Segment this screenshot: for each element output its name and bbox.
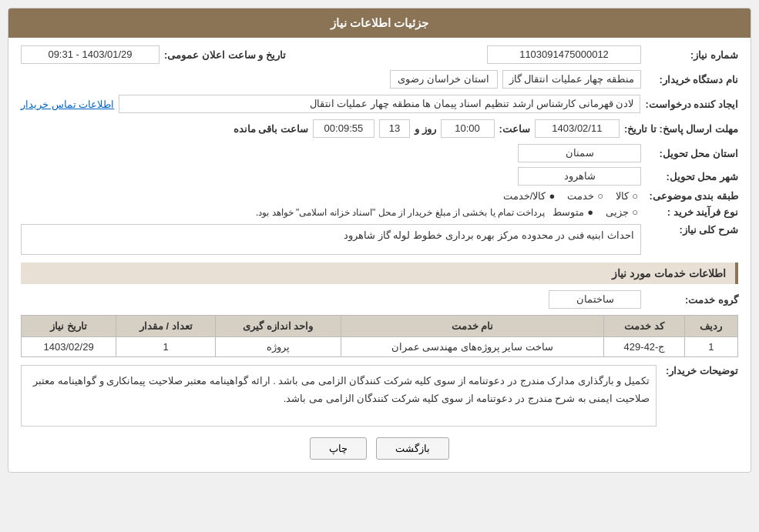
buyer-desc-label: توضیحات خریدار: <box>661 365 738 376</box>
process-option-motavasset[interactable]: ● متوسط <box>552 206 593 218</box>
col-date: تاریخ نیاز <box>22 316 116 337</box>
category-radio-group: ○ کالا ○ خدمت ● کالا/خدمت <box>503 190 638 202</box>
process-option-jozei[interactable]: ○ جزیی <box>606 206 638 218</box>
services-section-title: اطلاعات خدمات مورد نیاز <box>21 263 738 284</box>
cell-row: 1 <box>684 337 737 357</box>
radio-icon-kala: ○ <box>632 190 638 202</box>
col-code: کد خدمت <box>604 316 685 337</box>
process-selected-text: پرداخت تمام یا بخشی از مبلغ خریدار از مح… <box>256 207 545 218</box>
cell-name: ساخت سایر پروژه‌های مهندسی عمران <box>341 337 603 357</box>
response-time-label: ساعت: <box>499 123 530 135</box>
print-button[interactable]: چاپ <box>310 437 367 460</box>
cell-date: 1403/02/29 <box>22 337 116 357</box>
process-label: نوع فرآیند خرید : <box>646 206 738 218</box>
category-option-khedmat[interactable]: ○ خدمت <box>567 190 603 202</box>
radio-icon-motavasset: ● <box>587 206 593 218</box>
response-remaining-label: ساعت باقی مانده <box>233 123 308 135</box>
response-date: 1403/02/11 <box>535 119 620 138</box>
buyer-desc-text: تکمیل و بارگذاری مدارک مندرج در دعوتنامه… <box>21 365 657 427</box>
cell-quantity: 1 <box>116 337 216 357</box>
col-row: ردیف <box>684 316 737 337</box>
response-days: 13 <box>379 119 410 138</box>
creator-label: ایجاد کننده درخواست: <box>645 99 738 110</box>
response-label: مهلت ارسال پاسخ: تا تاریخ: <box>624 123 738 135</box>
province-value: سمنان <box>518 144 641 162</box>
buyer-value1: منطقه چهار عملیات انتقال گاز <box>502 70 641 89</box>
col-quantity: تعداد / مقدار <box>116 316 216 337</box>
cell-code: ج-42-429 <box>604 337 685 357</box>
response-time: 10:00 <box>441 119 495 138</box>
buyer-value2: استان خراسان رضوی <box>390 70 498 89</box>
contact-link[interactable]: اطلاعات تماس خریدار <box>21 99 114 110</box>
need-desc-label: شرح کلی نیاز: <box>646 224 738 236</box>
back-button[interactable]: بازگشت <box>376 437 449 460</box>
buyer-label: نام دستگاه خریدار: <box>646 74 738 85</box>
city-label: شهر محل تحویل: <box>646 171 738 182</box>
table-row: 1 ج-42-429 ساخت سایر پروژه‌های مهندسی عم… <box>22 337 738 357</box>
cell-unit: پروژه <box>216 337 341 357</box>
province-label: استان محل تحویل: <box>646 148 738 159</box>
services-table: ردیف کد خدمت نام خدمت واحد اندازه گیری ت… <box>21 315 738 357</box>
need-number-value: 1103091475000012 <box>487 45 641 64</box>
service-group-label: گروه خدمت: <box>646 294 738 306</box>
process-radio-group: ○ جزیی ● متوسط <box>552 206 638 218</box>
datetime-label: تاریخ و ساعت اعلان عمومی: <box>164 49 286 61</box>
category-label: طبقه بندی موضوعی: <box>646 190 738 202</box>
page-title: جزئیات اطلاعات نیاز <box>8 8 751 38</box>
creator-value: لادن قهرمانی کارشناس ارشد تنظیم اسناد پی… <box>119 95 640 113</box>
radio-icon-jozei: ○ <box>632 206 638 218</box>
col-name: نام خدمت <box>341 316 603 337</box>
need-number-label: شماره نیاز: <box>646 49 738 61</box>
category-option-kala[interactable]: ○ کالا <box>616 190 638 202</box>
response-day-label: روز و <box>415 123 436 135</box>
datetime-value: 1403/01/29 - 09:31 <box>21 45 160 64</box>
need-desc-value: احداث ابنیه فنی در محدوده مرکز بهره بردا… <box>21 224 641 255</box>
city-value: شاهرود <box>518 167 641 186</box>
radio-icon-khedmat: ○ <box>597 190 603 202</box>
col-unit: واحد اندازه گیری <box>216 316 341 337</box>
response-remaining: 00:09:55 <box>313 119 374 138</box>
service-group-value: ساختمان <box>549 290 641 309</box>
category-option-kala-khedmat[interactable]: ● کالا/خدمت <box>503 190 555 202</box>
bottom-buttons: بازگشت چاپ <box>21 437 738 460</box>
radio-icon-kala-khedmat: ● <box>549 190 555 202</box>
